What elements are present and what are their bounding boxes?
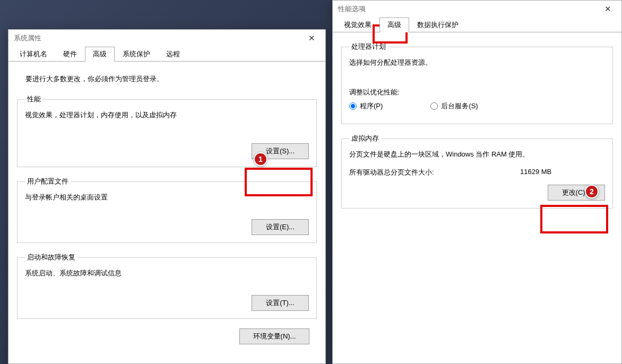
performance-desc: 视觉效果，处理器计划，内存使用，以及虚拟内存 bbox=[25, 110, 309, 120]
adjust-label: 调整以优化性能: bbox=[349, 88, 605, 97]
performance-group: 性能 视觉效果，处理器计划，内存使用，以及虚拟内存 设置(S)... bbox=[17, 94, 317, 167]
close-icon[interactable]: ✕ bbox=[301, 31, 322, 45]
content-area: 处理器计划 选择如何分配处理器资源。 调整以优化性能: 程序(P) 后台服务(S… bbox=[333, 32, 621, 228]
profile-settings-button[interactable]: 设置(E)... bbox=[252, 219, 309, 235]
group-legend: 性能 bbox=[25, 94, 43, 104]
group-legend: 虚拟内存 bbox=[349, 134, 381, 143]
tab-advanced[interactable]: 高级 bbox=[85, 47, 115, 62]
tab-system-protection[interactable]: 系统保护 bbox=[115, 47, 158, 61]
virtual-memory-group: 虚拟内存 分页文件是硬盘上的一块区域，Windows 当作 RAM 使用。 所有… bbox=[341, 134, 613, 209]
radio-background-services[interactable]: 后台服务(S) bbox=[430, 101, 478, 111]
startup-settings-button[interactable]: 设置(T)... bbox=[252, 295, 309, 311]
total-paging-value: 11629 MB bbox=[520, 168, 605, 177]
tab-advanced[interactable]: 高级 bbox=[379, 18, 409, 32]
tab-hardware[interactable]: 硬件 bbox=[55, 47, 85, 61]
window-title: 性能选项 bbox=[336, 4, 597, 14]
user-profile-group: 用户配置文件 与登录帐户相关的桌面设置 设置(E)... bbox=[17, 177, 317, 243]
tabs: 计算机名 硬件 高级 系统保护 远程 bbox=[8, 47, 325, 62]
tab-dep[interactable]: 数据执行保护 bbox=[409, 18, 466, 32]
tab-computer-name[interactable]: 计算机名 bbox=[12, 47, 55, 61]
proc-desc: 选择如何分配处理器资源。 bbox=[349, 58, 605, 67]
radio-programs-input[interactable] bbox=[349, 102, 357, 110]
tab-visual-effects[interactable]: 视觉效果 bbox=[336, 18, 379, 32]
tab-remote[interactable]: 远程 bbox=[158, 47, 188, 61]
total-paging-label: 所有驱动器总分页文件大小: bbox=[349, 168, 520, 177]
vmem-desc: 分页文件是硬盘上的一块区域，Windows 当作 RAM 使用。 bbox=[349, 150, 605, 159]
group-legend: 处理器计划 bbox=[349, 42, 388, 51]
content-area: 要进行大多数更改，你必须作为管理员登录。 性能 视觉效果，处理器计划，内存使用，… bbox=[8, 62, 325, 354]
processor-scheduling-group: 处理器计划 选择如何分配处理器资源。 调整以优化性能: 程序(P) 后台服务(S… bbox=[341, 42, 613, 124]
environment-variables-button[interactable]: 环境变量(N)... bbox=[239, 328, 309, 344]
group-legend: 启动和故障恢复 bbox=[25, 253, 77, 262]
tabs: 视觉效果 高级 数据执行保护 bbox=[333, 18, 621, 32]
change-vmem-button[interactable]: 更改(C)... bbox=[548, 185, 605, 201]
radio-services-input[interactable] bbox=[430, 102, 438, 110]
close-icon[interactable]: ✕ bbox=[597, 2, 618, 16]
radio-programs[interactable]: 程序(P) bbox=[349, 101, 383, 111]
window-title: 系统属性 bbox=[12, 33, 301, 43]
titlebar[interactable]: 系统属性 ✕ bbox=[8, 30, 325, 47]
performance-settings-button[interactable]: 设置(S)... bbox=[252, 143, 309, 159]
group-legend: 用户配置文件 bbox=[25, 177, 71, 186]
profile-desc: 与登录帐户相关的桌面设置 bbox=[25, 193, 309, 202]
startup-recovery-group: 启动和故障恢复 系统启动、系统故障和调试信息 设置(T)... bbox=[17, 253, 317, 319]
radio-programs-label: 程序(P) bbox=[360, 101, 383, 111]
performance-options-dialog: 性能选项 ✕ 视觉效果 高级 数据执行保护 处理器计划 选择如何分配处理器资源。… bbox=[332, 0, 622, 364]
titlebar[interactable]: 性能选项 ✕ bbox=[333, 1, 621, 18]
radio-services-label: 后台服务(S) bbox=[441, 101, 478, 111]
admin-note: 要进行大多数更改，你必须作为管理员登录。 bbox=[25, 74, 317, 84]
startup-desc: 系统启动、系统故障和调试信息 bbox=[25, 268, 309, 278]
system-properties-dialog: 系统属性 ✕ 计算机名 硬件 高级 系统保护 远程 要进行大多数更改，你必须作为… bbox=[8, 29, 326, 364]
